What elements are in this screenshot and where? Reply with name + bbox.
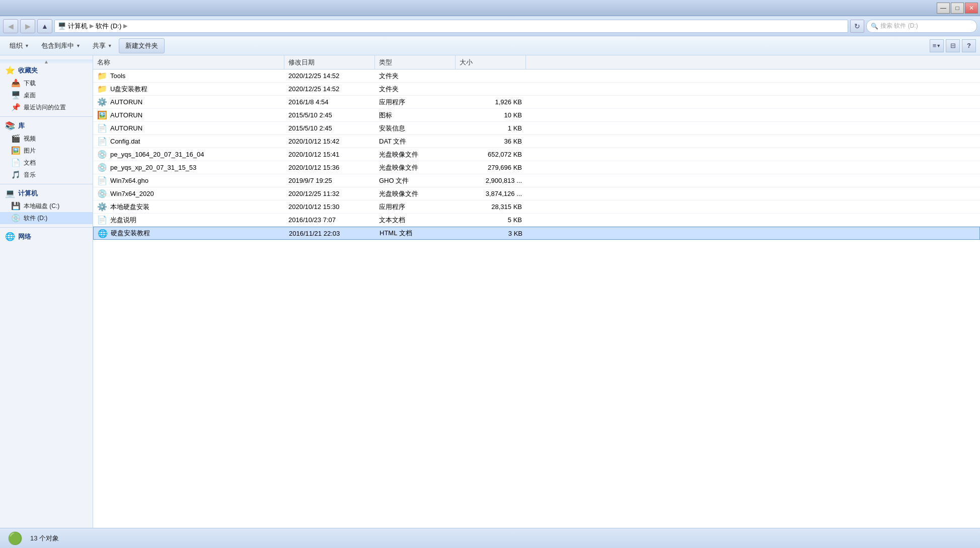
status-icon: 🟢	[6, 529, 24, 547]
file-name-cell: ⚙️ 本地硬盘安装	[93, 200, 284, 213]
table-row[interactable]: 📁 U盘安装教程 2020/12/25 14:52 文件夹	[93, 83, 980, 96]
col-header-size[interactable]: 大小	[456, 55, 526, 69]
table-row[interactable]: 💿 pe_yqs_1064_20_07_31_16_04 2020/10/12 …	[93, 148, 980, 161]
maximize-button[interactable]: □	[951, 3, 964, 14]
refresh-button[interactable]: ↻	[850, 20, 864, 33]
breadcrumb-computer[interactable]: 计算机	[68, 22, 88, 31]
file-type-cell: 安装信息	[375, 122, 456, 134]
breadcrumb-drive[interactable]: 软件 (D:)	[96, 22, 121, 31]
file-date-cell: 2020/12/25 14:52	[284, 83, 375, 95]
file-icon: ⚙️	[97, 97, 107, 107]
file-icon: 📄	[97, 136, 107, 146]
sidebar-item-desktop[interactable]: 🖥️ 桌面	[0, 89, 93, 101]
desktop-icon: 🖥️	[11, 91, 21, 100]
breadcrumb-separator: ▶	[90, 23, 94, 29]
organize-button[interactable]: 组织 ▼	[4, 38, 35, 53]
view-options-button[interactable]: ≡ ▼	[930, 39, 944, 52]
file-name: Tools	[110, 72, 125, 80]
sidebar-item-video[interactable]: 🎬 视频	[0, 132, 93, 145]
file-area: 名称 修改日期 类型 大小 📁 Tools 2020/12/25 14:52 文…	[93, 55, 980, 528]
organize-arrow: ▼	[25, 43, 29, 48]
table-row[interactable]: 📄 AUTORUN 2015/5/10 2:45 安装信息 1 KB	[93, 122, 980, 135]
breadcrumb-icon: 🖥️	[58, 22, 66, 30]
help-icon: ?	[967, 42, 971, 49]
share-label: 共享	[93, 41, 106, 50]
col-header-date[interactable]: 修改日期	[284, 55, 375, 69]
file-icon: 💿	[97, 150, 107, 159]
table-row[interactable]: 📄 光盘说明 2016/10/23 7:07 文本文档 5 KB	[93, 214, 980, 227]
new-folder-label: 新建文件夹	[125, 41, 158, 50]
sidebar-header-computer[interactable]: 💻 计算机	[0, 186, 93, 200]
file-name-cell: 💿 pe_yqs_xp_20_07_31_15_53	[93, 161, 284, 174]
col-header-type[interactable]: 类型	[375, 55, 456, 69]
file-name-cell: 📄 Config.dat	[93, 135, 284, 148]
file-size-cell	[456, 83, 526, 95]
recent-icon: 📌	[11, 103, 21, 112]
file-name-cell: 📁 U盘安装教程	[93, 83, 284, 95]
table-row[interactable]: 💿 pe_yqs_xp_20_07_31_15_53 2020/10/12 15…	[93, 161, 980, 174]
table-row[interactable]: 💿 Win7x64_2020 2020/12/25 11:32 光盘映像文件 3…	[93, 187, 980, 200]
file-name: Win7x64.gho	[110, 177, 148, 184]
forward-button[interactable]: ▶	[20, 19, 35, 33]
file-date-cell: 2016/1/8 4:54	[284, 96, 375, 108]
file-name-cell: 🖼️ AUTORUN	[93, 109, 284, 121]
close-button[interactable]: ✕	[965, 3, 978, 14]
column-headers: 名称 修改日期 类型 大小	[93, 55, 980, 70]
file-date-cell: 2020/12/25 14:52	[284, 70, 375, 82]
sidebar-header-library[interactable]: 📚 库	[0, 119, 93, 132]
file-size-cell	[456, 70, 526, 82]
file-icon: ⚙️	[97, 202, 107, 212]
favorites-label: 收藏夹	[18, 66, 38, 75]
file-type-cell: 文件夹	[375, 83, 456, 95]
sidebar-item-music[interactable]: 🎵 音乐	[0, 169, 93, 181]
sidebar: ▲ ⭐ 收藏夹 📥 下载 🖥️ 桌面 📌 最近访问的位置	[0, 55, 93, 528]
minimize-button[interactable]: —	[937, 3, 950, 14]
file-name-cell: ⚙️ AUTORUN	[93, 96, 284, 108]
col-header-name[interactable]: 名称	[93, 55, 284, 69]
library-label: 库	[18, 121, 25, 130]
file-size-cell: 10 KB	[456, 109, 526, 121]
new-folder-button[interactable]: 新建文件夹	[119, 38, 165, 53]
network-label: 网络	[18, 232, 31, 241]
share-button[interactable]: 共享 ▼	[87, 38, 118, 53]
table-row[interactable]: 📄 Config.dat 2020/10/12 15:42 DAT 文件 36 …	[93, 135, 980, 148]
back-button[interactable]: ◀	[3, 19, 18, 33]
help-button[interactable]: ?	[962, 39, 976, 52]
sidebar-item-software-d[interactable]: 💿 软件 (D:)	[0, 212, 93, 224]
disk-c-label: 本地磁盘 (C:)	[24, 202, 59, 211]
table-row[interactable]: ⚙️ 本地硬盘安装 2020/10/12 15:30 应用程序 28,315 K…	[93, 200, 980, 214]
status-text: 13 个对象	[30, 534, 59, 543]
file-icon: 🖼️	[97, 110, 107, 120]
file-type-cell: 文件夹	[375, 70, 456, 82]
sidebar-item-recent[interactable]: 📌 最近访问的位置	[0, 101, 93, 113]
sidebar-item-download[interactable]: 📥 下载	[0, 77, 93, 89]
include-in-library-button[interactable]: 包含到库中 ▼	[36, 38, 86, 53]
file-name-cell: 💿 pe_yqs_1064_20_07_31_16_04	[93, 148, 284, 161]
file-size-cell: 3 KB	[456, 227, 526, 239]
sidebar-item-docs[interactable]: 📄 文档	[0, 157, 93, 169]
file-name: Config.dat	[110, 138, 140, 145]
video-label: 视频	[24, 134, 36, 143]
preview-pane-button[interactable]: ⊟	[946, 39, 960, 52]
table-row[interactable]: 📄 Win7x64.gho 2019/9/7 19:25 GHO 文件 2,90…	[93, 174, 980, 187]
divider-2	[0, 184, 93, 184]
table-row[interactable]: 🌐 硬盘安装教程 2016/11/21 22:03 HTML 文档 3 KB	[93, 227, 980, 240]
file-name: pe_yqs_xp_20_07_31_15_53	[110, 164, 196, 171]
file-name: 本地硬盘安装	[110, 202, 149, 212]
file-size-cell: 652,072 KB	[456, 148, 526, 161]
sidebar-section-network: 🌐 网络	[0, 230, 93, 243]
sidebar-header-network[interactable]: 🌐 网络	[0, 230, 93, 243]
sidebar-item-disk-c[interactable]: 💾 本地磁盘 (C:)	[0, 200, 93, 212]
file-date-cell: 2020/10/12 15:41	[284, 148, 375, 161]
up-button[interactable]: ▲	[37, 19, 52, 33]
download-icon: 📥	[11, 79, 21, 88]
file-type-cell: 图标	[375, 109, 456, 121]
table-row[interactable]: ⚙️ AUTORUN 2016/1/8 4:54 应用程序 1,926 KB	[93, 96, 980, 109]
sidebar-header-favorites[interactable]: ⭐ 收藏夹	[0, 63, 93, 77]
file-date-cell: 2016/10/23 7:07	[284, 214, 375, 226]
scroll-up: ▲	[0, 59, 93, 63]
table-row[interactable]: 🖼️ AUTORUN 2015/5/10 2:45 图标 10 KB	[93, 109, 980, 122]
sidebar-item-image[interactable]: 🖼️ 图片	[0, 145, 93, 157]
file-size-cell: 1 KB	[456, 122, 526, 134]
table-row[interactable]: 📁 Tools 2020/12/25 14:52 文件夹	[93, 70, 980, 83]
